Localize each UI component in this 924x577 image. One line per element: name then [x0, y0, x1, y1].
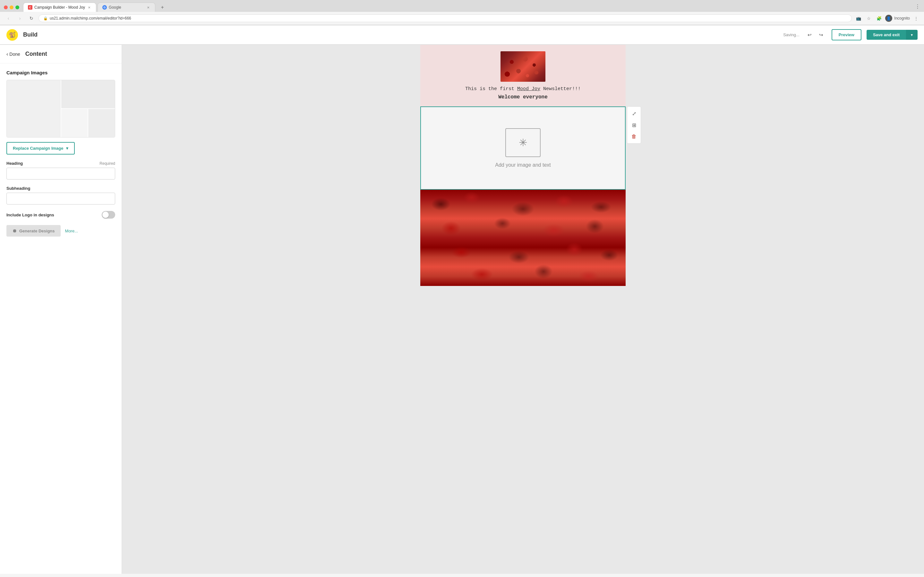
- preview-button[interactable]: Preview: [832, 29, 861, 40]
- image-placeholder-icon: ✳: [519, 137, 527, 149]
- new-tab-button[interactable]: +: [158, 3, 167, 12]
- duplicate-tool-button[interactable]: ⊞: [628, 119, 640, 131]
- sidebar-header: ‹ Done Content: [0, 45, 121, 63]
- bookmark-icon[interactable]: ☆: [865, 14, 873, 23]
- heading-label: Heading Required: [6, 161, 115, 166]
- campaign-img-bottom-left[interactable]: [61, 109, 88, 137]
- done-button[interactable]: ‹ Done: [6, 51, 20, 57]
- campaign-images-title: Campaign Images: [6, 70, 115, 75]
- address-bar: ‹ › ↻ 🔒 us21.admin.mailchimp.com/email/e…: [0, 12, 924, 25]
- replace-label: Replace Campaign Image: [13, 146, 63, 151]
- chevron-down-icon: ▾: [66, 146, 68, 151]
- save-exit-button[interactable]: Save and exit: [867, 30, 906, 40]
- generate-designs-button[interactable]: ⏺ Generate Designs: [6, 225, 61, 237]
- tab-google[interactable]: G Google ✕: [97, 3, 155, 12]
- form-fields-section: Heading Required Subheading Include Logo…: [0, 161, 121, 243]
- tab-favicon-mailchimp: C: [28, 5, 32, 10]
- incognito-label: Incognito: [894, 16, 910, 21]
- tab-favicon-google: G: [102, 5, 107, 10]
- logo-toggle-label: Include Logo in designs: [6, 213, 54, 218]
- email-photo-block: [420, 190, 626, 286]
- campaign-img-top-right[interactable]: [61, 80, 115, 108]
- campaign-img-bottom-right[interactable]: [88, 109, 115, 137]
- generate-spinner: ⏺: [12, 228, 17, 234]
- move-tool-button[interactable]: ⤢: [628, 108, 640, 119]
- heading-input[interactable]: [6, 168, 115, 179]
- tab2-close[interactable]: ✕: [146, 5, 150, 10]
- heading-required: Required: [99, 161, 115, 166]
- logo-toggle-row: Include Logo in designs: [6, 211, 115, 219]
- toggle-knob: [102, 211, 109, 218]
- chevron-down-icon: ▾: [911, 33, 913, 37]
- campaign-images-section: Campaign Images Replace Campaign Image ▾: [0, 63, 121, 161]
- profile-icon[interactable]: 👤: [885, 15, 892, 22]
- reload-button[interactable]: ↻: [27, 14, 36, 23]
- subheading-field-group: Subheading: [6, 186, 115, 205]
- sidebar: ‹ Done Content Campaign Images Replace C…: [0, 45, 122, 574]
- mood-joy-link[interactable]: Mood Joy: [517, 86, 540, 92]
- forward-button[interactable]: ›: [15, 14, 24, 23]
- block-tools: ⤢ ⊞ 🗑: [627, 106, 641, 143]
- image-placeholder[interactable]: ✳: [505, 128, 541, 157]
- subheading-input[interactable]: [6, 193, 115, 205]
- replace-campaign-image-button[interactable]: Replace Campaign Image ▾: [6, 142, 75, 155]
- email-first-line: This is the first Mood Joy Newsletter!!!: [427, 86, 619, 92]
- undo-button[interactable]: ↩: [804, 30, 815, 40]
- traffic-light-green[interactable]: [15, 5, 19, 9]
- email-welcome-text: Welcome everyone: [427, 94, 619, 100]
- cast-icon[interactable]: 📺: [855, 14, 863, 23]
- svg-text:🐒: 🐒: [9, 31, 16, 39]
- traffic-light-red[interactable]: [4, 5, 8, 9]
- content-title: Content: [25, 51, 47, 57]
- extension-icon[interactable]: 🧩: [875, 14, 883, 23]
- email-block-top: This is the first Mood Joy Newsletter!!!…: [420, 45, 626, 106]
- tab1-title: Campaign Builder - Mood Joy: [34, 5, 85, 10]
- main-layout: ‹ Done Content Campaign Images Replace C…: [0, 45, 924, 574]
- selected-block-wrapper: ✳ Add your image and text ⤢ ⊞ 🗑: [420, 106, 626, 190]
- email-header-image: [501, 51, 545, 82]
- tab2-title: Google: [109, 5, 121, 10]
- traffic-light-yellow[interactable]: [10, 5, 13, 9]
- save-exit-dropdown[interactable]: ▾: [906, 30, 918, 40]
- more-link[interactable]: More...: [65, 229, 78, 234]
- url-text: us21.admin.mailchimp.com/email/editor?id…: [50, 16, 131, 21]
- canvas-area: This is the first Mood Joy Newsletter!!!…: [122, 45, 924, 574]
- add-image-text: Add your image and text: [495, 162, 551, 168]
- back-button[interactable]: ‹: [4, 14, 13, 23]
- back-arrow-icon: ‹: [6, 51, 8, 57]
- undo-redo-controls: ↩ ↪: [804, 30, 827, 40]
- flower-decoration: [501, 51, 545, 82]
- url-bar[interactable]: 🔒 us21.admin.mailchimp.com/email/editor?…: [39, 15, 852, 22]
- app-header: 🐒 Build Saving... ↩ ↪ Preview Save and e…: [0, 25, 924, 45]
- campaign-images-grid: [6, 80, 115, 137]
- tab-campaign-builder[interactable]: C Campaign Builder - Mood Joy ✕: [23, 3, 96, 12]
- campaign-img-left[interactable]: [7, 80, 61, 137]
- browser-menu-icon[interactable]: ⋮: [915, 3, 920, 10]
- email-canvas: This is the first Mood Joy Newsletter!!!…: [420, 45, 626, 574]
- subheading-label: Subheading: [6, 186, 115, 191]
- email-block-selected[interactable]: ✳ Add your image and text: [420, 106, 626, 190]
- save-exit-group: Save and exit ▾: [867, 30, 918, 40]
- done-label: Done: [9, 52, 20, 57]
- tab1-close[interactable]: ✕: [87, 5, 91, 10]
- generate-row: ⏺ Generate Designs More...: [6, 225, 115, 237]
- logo-toggle[interactable]: [102, 211, 115, 219]
- redo-button[interactable]: ↪: [816, 30, 827, 40]
- browser-menu-button[interactable]: ⋮: [912, 14, 920, 23]
- delete-tool-button[interactable]: 🗑: [628, 131, 640, 142]
- saving-status: Saving...: [783, 32, 800, 37]
- app-title: Build: [23, 31, 37, 38]
- heading-field-group: Heading Required: [6, 161, 115, 179]
- mailchimp-logo: 🐒: [6, 29, 18, 41]
